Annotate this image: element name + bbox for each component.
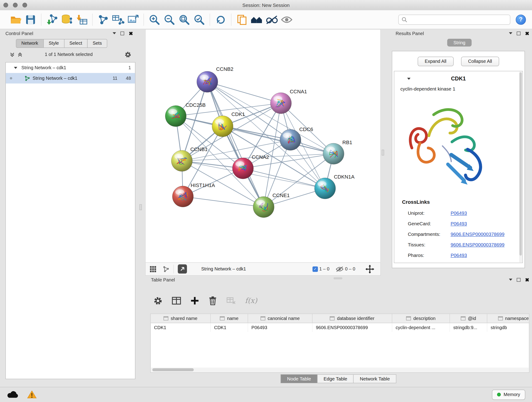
import-network-file-button[interactable] xyxy=(44,12,59,27)
panel-menu-icon[interactable] xyxy=(509,32,513,34)
scrollbar-thumb[interactable] xyxy=(152,368,194,371)
memory-button[interactable]: Memory xyxy=(492,389,525,400)
tree-expand-icon[interactable] xyxy=(14,67,17,69)
gear-icon[interactable] xyxy=(124,51,131,58)
network-edge[interactable] xyxy=(207,82,281,103)
eye-icon xyxy=(281,14,293,25)
network-node-ccna1[interactable] xyxy=(270,93,291,114)
network-view-icon[interactable] xyxy=(162,266,169,273)
table-cell[interactable]: P06493 xyxy=(248,323,312,332)
zoom-selected-button[interactable] xyxy=(192,12,207,27)
column-header--id[interactable]: @id xyxy=(450,314,487,323)
search-input[interactable] xyxy=(408,15,510,24)
collapse-all-button[interactable]: Collapse All xyxy=(461,57,499,66)
zoom-out-button[interactable] xyxy=(162,12,177,27)
refresh-view-button[interactable] xyxy=(213,12,228,27)
crosslink-value-link[interactable]: 9606.ENSP00000378699 xyxy=(451,231,505,237)
hide-selected-button[interactable] xyxy=(264,12,279,27)
expand-all-button[interactable]: Expand All xyxy=(418,57,454,66)
float-panel-icon[interactable] xyxy=(517,32,520,35)
home-button[interactable] xyxy=(249,12,264,27)
table-cell[interactable]: 9606.ENSP00000378699 xyxy=(312,323,392,332)
network-node-cdkn1a[interactable] xyxy=(315,178,336,199)
network-node-cdc25b[interactable] xyxy=(165,106,186,127)
network-node-ccnb1[interactable] xyxy=(171,150,192,172)
float-panel-icon[interactable] xyxy=(517,278,520,281)
close-panel-icon[interactable]: ✖ xyxy=(525,277,530,282)
network-edge[interactable] xyxy=(207,82,264,207)
network-node-cdk1[interactable] xyxy=(212,116,233,137)
add-column-icon[interactable] xyxy=(190,296,199,305)
title-bar[interactable]: Session: New Session xyxy=(0,0,532,11)
warning-icon[interactable] xyxy=(27,390,36,399)
import-network-database-button[interactable] xyxy=(59,12,74,27)
column-header-canonical-name[interactable]: canonical name xyxy=(248,314,312,323)
crosslink-value-link[interactable]: P06493 xyxy=(451,221,467,226)
cloud-icon[interactable] xyxy=(7,390,18,399)
left-splitter-handle[interactable] xyxy=(139,204,142,210)
tab-style[interactable]: Style xyxy=(43,39,64,48)
column-header-description[interactable]: description xyxy=(392,314,450,323)
delete-column-trash-icon[interactable] xyxy=(208,296,217,305)
network-canvas[interactable]: CCNB2CCNA1CDC25BCDK1CDC6RB1CCNB1CCNA2CDK… xyxy=(145,29,381,263)
network-node-ccne1[interactable] xyxy=(253,196,274,217)
save-session-button[interactable] xyxy=(23,12,38,27)
crosslink-value-link[interactable]: 9606.ENSP00000378699 xyxy=(451,242,505,247)
export-image-button[interactable] xyxy=(126,12,140,27)
hidden-eye-slash-icon[interactable] xyxy=(336,266,344,272)
birdseye-view-button[interactable] xyxy=(178,264,187,274)
tab-network[interactable]: Network xyxy=(16,39,44,48)
grid-view-icon[interactable] xyxy=(150,266,157,273)
close-panel-icon[interactable]: ✖ xyxy=(129,31,133,36)
table-cell[interactable]: stringdb:9... xyxy=(450,323,487,332)
close-panel-icon[interactable]: ✖ xyxy=(525,31,530,36)
show-all-button[interactable] xyxy=(279,12,294,27)
table-row[interactable]: CDK1CDK1P064939606.ENSP00000378699cyclin… xyxy=(151,323,530,332)
column-header-namespace[interactable]: namespace xyxy=(487,314,530,323)
table-cell[interactable]: CDK1 xyxy=(151,323,211,332)
network-collection-row[interactable]: String Network – cdk1 1 xyxy=(6,62,135,73)
tab-node-table[interactable]: Node Table xyxy=(281,374,317,383)
network-node-rb1[interactable] xyxy=(323,143,344,164)
new-network-button[interactable] xyxy=(96,12,111,27)
table-cell[interactable]: stringdb xyxy=(487,323,530,332)
crosslink-value-link[interactable]: P06493 xyxy=(451,210,467,216)
right-splitter-handle[interactable] xyxy=(382,150,384,155)
crosslink-value-link[interactable]: P06493 xyxy=(451,252,467,258)
column-header-shared-name[interactable]: shared name xyxy=(151,314,211,323)
results-tab-string[interactable]: String xyxy=(447,39,472,46)
tab-select[interactable]: Select xyxy=(64,39,88,48)
tab-network-table[interactable]: Network Table xyxy=(353,374,396,383)
pan-crosshair-icon[interactable] xyxy=(365,264,374,274)
selected-nodes-checkbox-icon[interactable]: ✓ xyxy=(312,266,318,272)
help-button[interactable]: ? xyxy=(516,14,526,25)
copy-button[interactable] xyxy=(234,12,249,27)
protein-section-header[interactable]: CDK1 xyxy=(394,71,523,86)
panel-menu-icon[interactable] xyxy=(113,32,116,34)
table-cell[interactable]: CDK1 xyxy=(211,323,248,332)
table-cell[interactable]: cyclin-dependent ... xyxy=(392,323,450,332)
column-header-database-identifier[interactable]: database identifier xyxy=(312,314,392,323)
network-from-table-button[interactable] xyxy=(111,12,126,27)
network-node-ccnb2[interactable] xyxy=(197,71,218,92)
network-node-ccna2[interactable] xyxy=(232,158,253,179)
network-node-hist1h1a[interactable] xyxy=(172,186,193,207)
network-row-selected[interactable]: String Network – cdk1 11 48 xyxy=(6,73,135,83)
tab-edge-table[interactable]: Edge Table xyxy=(317,374,354,383)
results-scrollbar[interactable] xyxy=(519,71,522,262)
import-table-button[interactable] xyxy=(74,12,89,27)
table-horizontal-scrollbar[interactable] xyxy=(151,368,529,372)
search-box[interactable] xyxy=(399,14,510,25)
show-columns-icon[interactable] xyxy=(172,296,181,305)
network-edge[interactable] xyxy=(183,196,264,207)
section-collapse-icon[interactable] xyxy=(407,78,411,80)
open-session-button[interactable] xyxy=(8,12,23,27)
tab-sets[interactable]: Sets xyxy=(87,39,107,48)
column-header-name[interactable]: name xyxy=(211,314,248,323)
table-settings-gear-icon[interactable] xyxy=(153,296,162,305)
panel-menu-icon[interactable] xyxy=(509,279,513,281)
float-panel-icon[interactable] xyxy=(120,32,124,35)
zoom-fit-button[interactable] xyxy=(177,12,192,27)
network-node-cdc6[interactable] xyxy=(280,129,301,150)
zoom-in-button[interactable] xyxy=(147,12,162,27)
